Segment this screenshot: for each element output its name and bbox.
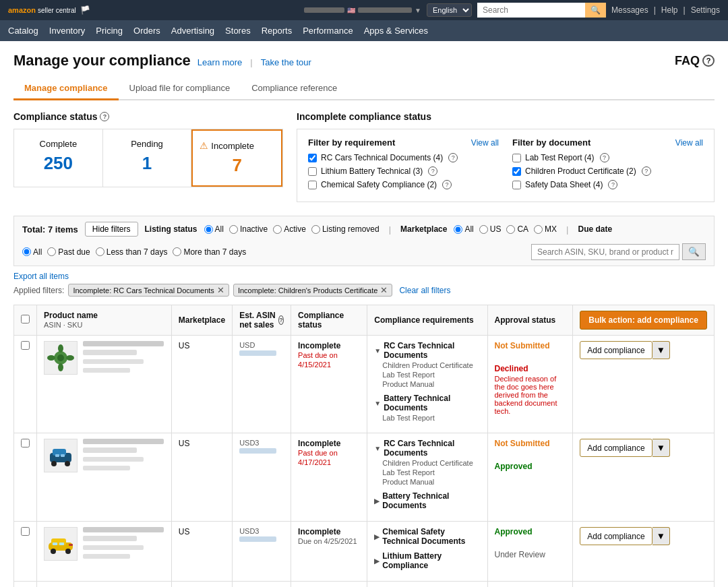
nav-catalog[interactable]: Catalog bbox=[8, 24, 38, 37]
search-input[interactable] bbox=[477, 3, 585, 18]
take-tour-link[interactable]: Take the tour bbox=[261, 57, 311, 67]
filter-item-children-cert: Children Product Certificate (2) ? bbox=[512, 166, 703, 176]
safety-data-info-icon[interactable]: ? bbox=[608, 180, 617, 189]
nav-advertising[interactable]: Advertising bbox=[171, 24, 214, 37]
bulk-action-button[interactable]: Bulk action: add compliance bbox=[580, 311, 707, 330]
remove-filter-1[interactable]: ✕ bbox=[380, 286, 388, 295]
mkt-us-radio[interactable] bbox=[479, 225, 488, 234]
due-past-radio[interactable] bbox=[47, 247, 56, 256]
nav-inventory[interactable]: Inventory bbox=[49, 24, 85, 37]
nav-stores[interactable]: Stores bbox=[225, 24, 251, 37]
status-listing-removed-label[interactable]: Listing removed bbox=[311, 224, 380, 234]
total-items: Total: 7 items bbox=[22, 224, 78, 235]
search-button[interactable]: 🔍 bbox=[585, 3, 606, 18]
row-checkbox-2[interactable] bbox=[21, 527, 30, 536]
search-bar[interactable]: 🔍 bbox=[477, 3, 606, 18]
status-all-label[interactable]: All bbox=[204, 224, 224, 234]
filter-checkbox-safety-data[interactable] bbox=[512, 181, 521, 189]
faq-button[interactable]: FAQ ? bbox=[675, 54, 715, 68]
add-compliance-dropdown-0[interactable]: ▼ bbox=[653, 341, 670, 359]
language-selector[interactable]: English bbox=[427, 3, 472, 17]
mkt-ca-radio[interactable] bbox=[506, 225, 515, 234]
tab-manage-compliance[interactable]: Manage compliance bbox=[13, 78, 119, 100]
due-past-label[interactable]: Past due bbox=[47, 247, 90, 257]
due-7days-label[interactable]: Less than 7 days bbox=[96, 247, 168, 257]
mkt-ca-label[interactable]: CA bbox=[506, 224, 528, 234]
status-active-label[interactable]: Active bbox=[273, 224, 306, 234]
add-compliance-button-1[interactable]: Add compliance bbox=[580, 439, 652, 457]
filter-checkbox-lithium[interactable] bbox=[308, 167, 317, 176]
compliance-status-info-icon[interactable]: ? bbox=[100, 112, 109, 121]
add-compliance-button-0[interactable]: Add compliance bbox=[580, 341, 652, 359]
asin-sales-info-icon[interactable]: ? bbox=[278, 315, 284, 325]
req-group-title-1-0[interactable]: ▼ RC Cars Technical Documents bbox=[374, 439, 480, 458]
mkt-all-label[interactable]: All bbox=[454, 224, 473, 234]
filter-checkbox-children-cert[interactable] bbox=[512, 167, 521, 176]
nav-performance[interactable]: Performance bbox=[303, 24, 353, 37]
nav-orders[interactable]: Orders bbox=[133, 24, 160, 37]
compliance-status-cell-0: Incomplete Past due on 4/15/2021 bbox=[291, 336, 367, 433]
row-checkbox-1[interactable] bbox=[21, 439, 30, 447]
add-compliance-button-2[interactable]: Add compliance bbox=[580, 527, 652, 545]
mkt-mx-label[interactable]: MX bbox=[534, 224, 557, 234]
help-link[interactable]: Help bbox=[661, 5, 678, 15]
select-all-checkbox[interactable] bbox=[21, 315, 30, 323]
due-7days-radio[interactable] bbox=[96, 247, 104, 256]
messages-link[interactable]: Messages bbox=[611, 5, 648, 15]
incomplete-status-title: Incomplete compliance status bbox=[297, 111, 715, 122]
chemical-info-icon[interactable]: ? bbox=[442, 180, 452, 189]
req-group-title-1-1[interactable]: ▶ Battery Technical Documents bbox=[374, 491, 480, 510]
mkt-all-radio[interactable] bbox=[454, 225, 462, 234]
add-compliance-dropdown-2[interactable]: ▼ bbox=[653, 527, 670, 545]
lithium-info-icon[interactable]: ? bbox=[428, 166, 437, 176]
due-more7days-radio[interactable] bbox=[173, 247, 181, 256]
filter-checkbox-lab-test[interactable] bbox=[512, 154, 521, 162]
hide-filters-button[interactable]: Hide filters bbox=[85, 222, 138, 237]
req-group-title-2-0[interactable]: ▶ Chemical Safety Technical Documents bbox=[374, 527, 480, 546]
pending-label: Pending bbox=[110, 139, 185, 149]
account-selector[interactable]: 🇺🇸 ▼ bbox=[304, 7, 421, 14]
clear-all-filters[interactable]: Clear all filters bbox=[399, 286, 450, 295]
filter-checkbox-rc-cars[interactable] bbox=[308, 154, 317, 162]
due-more7days-label[interactable]: More than 7 days bbox=[173, 247, 246, 257]
status-inactive-radio[interactable] bbox=[229, 225, 238, 234]
status-inactive-label[interactable]: Inactive bbox=[229, 224, 268, 234]
nav-pricing[interactable]: Pricing bbox=[96, 24, 123, 37]
page-header-links: Learn more | Take the tour bbox=[198, 57, 311, 67]
learn-more-link[interactable]: Learn more bbox=[198, 57, 242, 67]
due-all-radio[interactable] bbox=[22, 247, 31, 256]
svg-point-8 bbox=[51, 461, 57, 466]
mkt-mx-radio[interactable] bbox=[534, 225, 543, 234]
listing-controls: Total: 7 items Hide filters Listing stat… bbox=[13, 216, 715, 266]
tab-upload-file[interactable]: Upload file for compliance bbox=[119, 78, 241, 100]
status-all-radio[interactable] bbox=[204, 225, 213, 234]
product-search-button[interactable]: 🔍 bbox=[682, 243, 706, 260]
tab-compliance-reference[interactable]: Compliance reference bbox=[241, 78, 348, 100]
rc-cars-info-icon[interactable]: ? bbox=[448, 153, 458, 162]
due-all-label[interactable]: All bbox=[22, 247, 42, 257]
req-group-title-2-1[interactable]: ▶ Lithium Battery Compliance bbox=[374, 551, 480, 570]
req-group-title-0-0[interactable]: ▼ RC Cars Technical Documents bbox=[374, 341, 480, 360]
status-active-radio[interactable] bbox=[273, 225, 282, 234]
status-listing-removed-radio[interactable] bbox=[311, 225, 320, 234]
nav-reports[interactable]: Reports bbox=[262, 24, 293, 37]
view-all-document[interactable]: View all bbox=[675, 138, 703, 148]
lab-test-info-icon[interactable]: ? bbox=[600, 153, 609, 162]
req-group-title-0-1[interactable]: ▼ Battery Technical Documents bbox=[374, 394, 480, 412]
applied-filters-label: Applied filters: bbox=[13, 286, 64, 295]
view-all-requirement[interactable]: View all bbox=[471, 138, 499, 148]
mkt-us-label[interactable]: US bbox=[479, 224, 502, 234]
faq-label: FAQ bbox=[675, 54, 700, 68]
row-checkbox-0[interactable] bbox=[21, 341, 30, 350]
children-cert-info-icon[interactable]: ? bbox=[642, 166, 651, 176]
approval-text-2-1: Under Review bbox=[495, 550, 545, 559]
remove-filter-0[interactable]: ✕ bbox=[217, 286, 224, 295]
product-header: Product name ASIN · SKU bbox=[44, 311, 164, 330]
settings-link[interactable]: Settings bbox=[691, 5, 720, 15]
product-search-input[interactable] bbox=[531, 244, 679, 260]
filter-checkbox-chemical[interactable] bbox=[308, 181, 317, 189]
add-compliance-dropdown-1[interactable]: ▼ bbox=[653, 439, 670, 457]
nav-apps[interactable]: Apps & Services bbox=[364, 24, 428, 37]
export-all-link[interactable]: Export all items bbox=[13, 272, 69, 281]
applied-filters: Applied filters: Incomplete: RC Cars Tec… bbox=[13, 284, 715, 297]
